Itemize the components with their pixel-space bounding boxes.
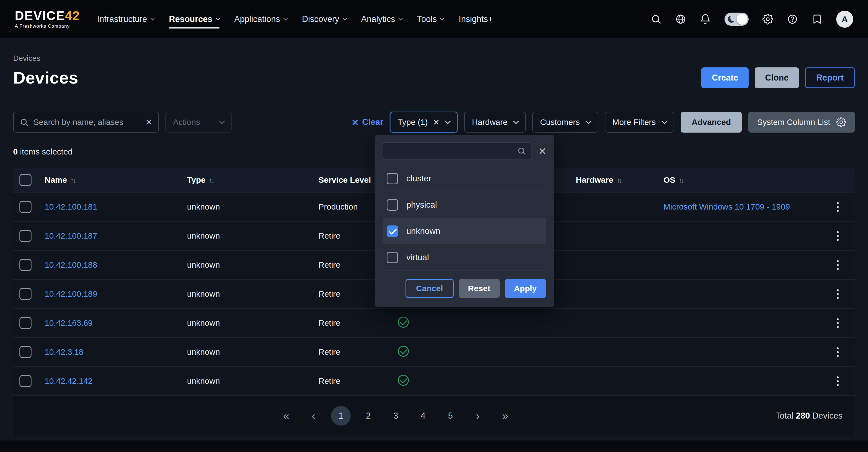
device-service-level: Retire <box>311 376 391 386</box>
row-checkbox[interactable] <box>20 201 31 213</box>
nav-item-insights[interactable]: Insights+ <box>459 11 493 27</box>
clear-filters-button[interactable]: × Clear <box>352 117 383 128</box>
row-checkbox[interactable] <box>20 346 31 358</box>
globe-icon[interactable] <box>675 14 686 25</box>
row-menu-icon[interactable] <box>834 200 841 214</box>
nav-item-resources[interactable]: Resources <box>169 11 220 27</box>
row-checkbox[interactable] <box>20 375 31 387</box>
cancel-button[interactable]: Cancel <box>405 279 454 298</box>
clone-button[interactable]: Clone <box>755 67 799 88</box>
advanced-button[interactable]: Advanced <box>681 112 742 132</box>
pagination-page-3[interactable]: 3 <box>386 406 405 426</box>
search-input[interactable] <box>33 118 141 127</box>
filter-chip-type-label: Type (1) <box>398 118 428 127</box>
device-type: unknown <box>180 318 311 328</box>
close-icon[interactable]: × <box>538 145 546 157</box>
filter-option-label: unknown <box>406 226 440 236</box>
device-name-link[interactable]: 10.42.42.142 <box>44 376 93 386</box>
sort-icon[interactable]: ↑↓ <box>70 176 75 184</box>
row-checkbox[interactable] <box>20 259 31 271</box>
nav-item-discovery[interactable]: Discovery <box>302 11 346 27</box>
pagination-page-1[interactable]: 1 <box>331 406 351 426</box>
device-service-level: Retire <box>311 318 391 328</box>
checkbox[interactable] <box>386 173 398 184</box>
nav-item-infrastructure[interactable]: Infrastructure <box>97 11 154 27</box>
table-row: 10.42.3.18 unknown Retire <box>13 337 855 366</box>
avatar[interactable]: A <box>836 11 853 28</box>
filter-option-unknown[interactable]: unknown <box>383 218 546 244</box>
system-column-list-button[interactable]: System Column List <box>748 112 855 132</box>
row-menu-icon[interactable] <box>834 258 841 273</box>
row-checkbox[interactable] <box>20 288 31 300</box>
pagination-page-4[interactable]: 4 <box>413 406 433 426</box>
report-button[interactable]: Report <box>805 67 855 88</box>
gear-icon[interactable] <box>762 14 773 25</box>
brand-logo[interactable]: DEVICE42 A Freshworks Company <box>15 9 80 29</box>
sort-icon[interactable]: ↑↓ <box>617 176 621 184</box>
breadcrumb[interactable]: Devices <box>13 54 855 63</box>
device-type: unknown <box>180 260 311 270</box>
clear-search-icon[interactable]: × <box>146 116 152 128</box>
search-icon[interactable] <box>651 14 661 25</box>
bookmark-icon[interactable] <box>812 14 823 25</box>
nav-item-label: Insights+ <box>459 14 493 24</box>
nav-item-analytics[interactable]: Analytics <box>361 11 402 27</box>
sort-icon[interactable]: ↑↓ <box>209 176 214 184</box>
filter-chip-hardware[interactable]: Hardware <box>464 112 526 132</box>
device-name-link[interactable]: 10.42.3.18 <box>44 348 84 356</box>
pagination-next[interactable]: › <box>468 406 488 426</box>
nav-item-label: Resources <box>169 14 213 24</box>
row-menu-icon[interactable] <box>834 374 841 389</box>
nav-item-applications[interactable]: Applications <box>235 11 287 27</box>
bell-icon[interactable] <box>700 14 711 25</box>
checkbox[interactable] <box>386 199 398 211</box>
create-button[interactable]: Create <box>701 67 749 88</box>
filter-search-input[interactable] <box>389 147 514 156</box>
theme-toggle[interactable] <box>724 12 749 26</box>
help-icon[interactable] <box>787 14 798 25</box>
column-header-type[interactable]: Type↑↓ <box>180 175 311 185</box>
row-menu-icon[interactable] <box>834 315 841 331</box>
filter-panel-buttons: Cancel Reset Apply <box>383 279 546 298</box>
filter-chip-type[interactable]: Type (1) × <box>390 112 458 132</box>
pagination-first[interactable]: « <box>276 406 296 426</box>
filter-chip-more-filters[interactable]: More Filters <box>605 112 674 132</box>
device-type: unknown <box>180 231 311 241</box>
column-header-name[interactable]: Name↑↓ <box>37 175 180 185</box>
clear-type-filter-icon[interactable]: × <box>433 117 439 127</box>
row-checkbox[interactable] <box>20 230 31 242</box>
checkbox[interactable] <box>386 252 398 263</box>
chevron-down-icon <box>342 16 347 21</box>
filter-chip-customers[interactable]: Customers <box>532 112 598 132</box>
device-name-link[interactable]: 10.42.163.69 <box>44 318 93 327</box>
pagination-prev[interactable]: ‹ <box>304 406 323 426</box>
pagination-last[interactable]: » <box>495 406 515 426</box>
gear-icon <box>836 117 846 127</box>
apply-button[interactable]: Apply <box>505 279 546 298</box>
select-all-checkbox[interactable] <box>20 174 31 186</box>
column-header-hardware[interactable]: Hardware↑↓ <box>569 175 656 185</box>
row-menu-icon[interactable] <box>834 229 841 244</box>
pagination-page-2[interactable]: 2 <box>359 406 378 426</box>
device-name-link[interactable]: 10.42.100.189 <box>44 289 97 298</box>
checkbox[interactable] <box>386 225 398 237</box>
device-name-link[interactable]: 10.42.100.187 <box>44 231 97 240</box>
sort-icon[interactable]: ↑↓ <box>679 176 683 184</box>
row-menu-icon[interactable] <box>834 344 841 360</box>
avatar-initial: A <box>842 14 848 24</box>
filter-option-physical[interactable]: physical <box>383 192 546 218</box>
actions-dropdown[interactable]: Actions <box>165 112 231 132</box>
device-name-link[interactable]: 10.42.100.188 <box>44 260 97 269</box>
pagination-page-5[interactable]: 5 <box>441 406 460 426</box>
filter-option-virtual[interactable]: virtual <box>383 244 546 271</box>
reset-button[interactable]: Reset <box>459 279 500 298</box>
filter-option-cluster[interactable]: cluster <box>383 165 546 192</box>
device-name-link[interactable]: 10.42.100.181 <box>44 202 97 211</box>
device-type: unknown <box>180 376 311 386</box>
device-os-link[interactable]: Microsoft Windows 10 1709 - 1909 <box>663 202 790 211</box>
total-value: 280 <box>796 411 810 421</box>
row-menu-icon[interactable] <box>834 287 841 302</box>
row-checkbox[interactable] <box>20 317 31 329</box>
nav-item-tools[interactable]: Tools <box>417 11 444 27</box>
column-header-os[interactable]: OS↑↓ <box>656 175 820 185</box>
